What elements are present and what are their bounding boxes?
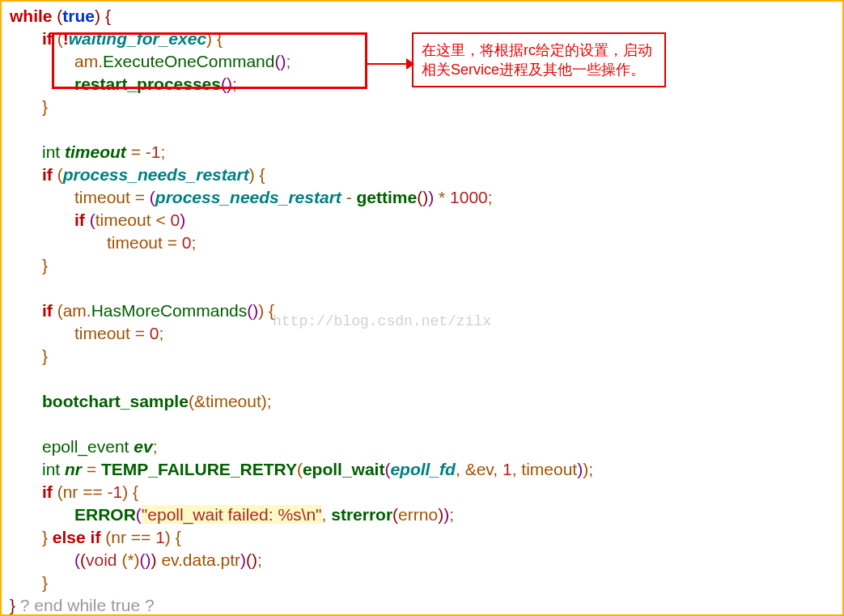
code-line: int nr = TEMP_FAILURE_RETRY(epoll_wait(e… (10, 458, 593, 481)
code-line: bootchart_sample(&timeout); (10, 390, 593, 413)
code-line: int timeout = -1; (10, 141, 593, 164)
code-line: ERROR("epoll_wait failed: %s\n", strerro… (10, 503, 593, 526)
blank-line (10, 367, 593, 390)
annotation-box: 在这里，将根据rc给定的设置，启动相关Service进程及其他一些操作。 (412, 32, 666, 87)
code-line: epoll_event ev; (10, 435, 593, 458)
code-line: } (10, 254, 593, 277)
code-line: while (true) { (10, 5, 593, 28)
code-line: ((void (*)()) ev.data.ptr)(); (10, 549, 593, 571)
blank-line (10, 277, 593, 300)
blank-line (10, 413, 593, 435)
blank-line (10, 118, 593, 141)
code-line: timeout = 0; (10, 322, 593, 345)
code-line: } else if (nr == 1) { (10, 526, 593, 549)
arrow-line (367, 63, 412, 65)
code-line: if (am.HasMoreCommands()) { (10, 300, 593, 322)
code-line: } (10, 96, 593, 118)
code-line: if (process_needs_restart) { (10, 164, 593, 186)
code-screenshot-frame: http://blog.csdn.net/zilx while (true) {… (0, 0, 844, 616)
highlight-box (52, 32, 367, 89)
code-line: if (nr == -1) { (10, 481, 593, 503)
code-line: } (10, 345, 593, 367)
code-line: } ? end while true ? (10, 594, 593, 616)
code-line: if (timeout < 0) (10, 209, 593, 232)
code-line: timeout = (process_needs_restart - getti… (10, 186, 593, 209)
code-line: timeout = 0; (10, 232, 593, 254)
code-block: while (true) { if (!waiting_for_exec) { … (10, 5, 593, 616)
code-line: } (10, 571, 593, 594)
